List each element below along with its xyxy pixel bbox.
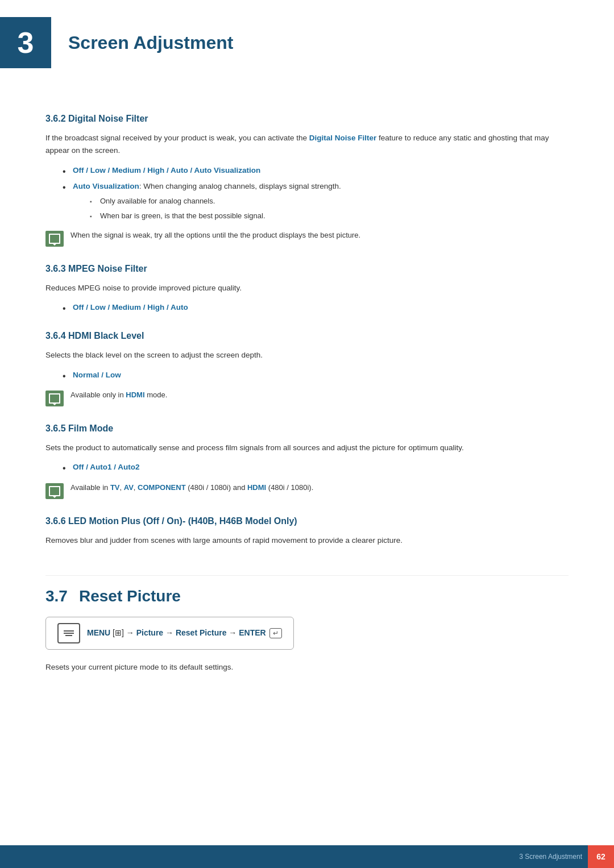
dnf-highlight: Digital Noise Filter — [309, 134, 377, 142]
dnf-options-highlight: Off / Low / Medium / High / Auto / Auto … — [73, 166, 260, 175]
tv-highlight: TV — [110, 483, 120, 492]
section-363-heading: 3.6.3 MPEG Noise Filter — [45, 264, 569, 274]
section-362: 3.6.2 Digital Noise Filter If the broadc… — [45, 114, 569, 247]
section-365-bullets: Off / Auto1 / Auto2 — [63, 461, 569, 474]
section-364-note: Available only in HDMI mode. — [45, 389, 569, 406]
section-364-intro: Selects the black level on the screen to… — [45, 349, 569, 362]
section-365: 3.6.5 Film Mode Sets the product to auto… — [45, 423, 569, 499]
mpeg-options-highlight: Off / Low / Medium / High / Auto — [73, 303, 188, 312]
chapter-title: Screen Adjustment — [68, 32, 233, 53]
menu-bar-3 — [65, 635, 72, 636]
bullet-film-options: Off / Auto1 / Auto2 — [63, 461, 569, 474]
sub-bullets-362: Only available for analog channels. When… — [90, 195, 569, 222]
chapter-badge: 3 — [0, 17, 51, 68]
menu-bar-2 — [64, 633, 74, 634]
note-icon-inner-364 — [49, 393, 60, 404]
av-highlight: AV — [124, 483, 134, 492]
bullet-dnf-options: Off / Low / Medium / High / Auto / Auto … — [63, 164, 569, 177]
section-362-bullets: Off / Low / Medium / High / Auto / Auto … — [63, 164, 569, 222]
chapter-number: 3 — [18, 26, 34, 60]
enter-icon: ↵ — [269, 628, 282, 638]
arrow2: → — [165, 628, 176, 637]
note-icon-inner — [49, 234, 60, 244]
section-365-num: 3.6.5 Film Mode — [45, 423, 113, 433]
menu-icon — [57, 623, 80, 643]
note-text-364: Available only in HDMI mode. — [70, 389, 167, 401]
note-icon-362 — [45, 231, 64, 247]
menu-bar-1 — [64, 630, 74, 632]
hdmi-note-highlight: HDMI — [126, 391, 144, 399]
section-37: 3.7 Reset Picture MENU [⊞] → Picture → R… — [45, 575, 569, 674]
page-header: 3 Screen Adjustment — [0, 0, 614, 80]
sub-bullet-2: When bar is green, is that the best poss… — [90, 210, 569, 222]
section-362-intro: If the broadcast signal received by your… — [45, 132, 569, 157]
section-366: 3.6.6 LED Motion Plus (Off / On)- (H40B,… — [45, 516, 569, 547]
section-366-heading: 3.6.6 LED Motion Plus (Off / On)- (H40B,… — [45, 516, 569, 526]
menu-label: MENU — [87, 628, 110, 637]
arrow1: → — [126, 628, 136, 637]
section-362-note: When the signal is weak, try all the opt… — [45, 230, 569, 247]
note-text-365: Available in TV, AV, COMPONENT (480i / 1… — [70, 482, 313, 494]
section-365-note: Available in TV, AV, COMPONENT (480i / 1… — [45, 482, 569, 499]
menu-picture: Picture — [136, 628, 163, 637]
section-363-num: 3.6.3 MPEG Noise Filter — [45, 264, 147, 273]
bullet-mpeg-options: Off / Low / Medium / High / Auto — [63, 301, 569, 314]
note-text-362: When the signal is weak, try all the opt… — [70, 230, 360, 242]
menu-reset-picture: Reset Picture — [176, 628, 226, 637]
sub-bullet-1: Only available for analog channels. — [90, 195, 569, 207]
main-content: 3.6.2 Digital Noise Filter If the broadc… — [0, 91, 614, 726]
section-366-intro: Removes blur and judder from scenes with… — [45, 534, 569, 547]
section-362-num: 3.6.2 Digital Noise Filter — [45, 114, 148, 123]
section-364: 3.6.4 HDMI Black Level Selects the black… — [45, 331, 569, 406]
hdmi-options-highlight: Normal / Low — [73, 371, 121, 379]
section-37-num: 3.7 — [45, 587, 68, 605]
film-options-highlight: Off / Auto1 / Auto2 — [73, 463, 140, 471]
note-icon-inner-365 — [49, 486, 60, 496]
section-364-num: 3.6.4 HDMI Black Level — [45, 331, 144, 340]
footer-page-number: 62 — [588, 845, 614, 868]
section-363-intro: Reduces MPEG noise to provide improved p… — [45, 282, 569, 294]
section-37-title: Reset Picture — [79, 587, 181, 605]
section-363: 3.6.3 MPEG Noise Filter Reduces MPEG noi… — [45, 264, 569, 314]
note-icon-364 — [45, 391, 64, 406]
bullet-auto-viz: Auto Visualization: When changing analog… — [63, 180, 569, 222]
section-364-bullets: Normal / Low — [63, 369, 569, 381]
footer-text: 3 Screen Adjustment — [519, 853, 588, 861]
hdmi-highlight-365: HDMI — [247, 483, 266, 492]
menu-enter: ENTER — [239, 628, 265, 637]
page-footer: 3 Screen Adjustment 62 — [0, 845, 614, 868]
section-365-heading: 3.6.5 Film Mode — [45, 423, 569, 434]
auto-viz-text: : When changing analog channels, display… — [139, 182, 341, 190]
section-362-heading: 3.6.2 Digital Noise Filter — [45, 114, 569, 124]
section-37-heading: 3.7 Reset Picture — [45, 587, 569, 605]
section-364-heading: 3.6.4 HDMI Black Level — [45, 331, 569, 341]
section-365-intro: Sets the product to automatically sense … — [45, 442, 569, 454]
menu-path-text: MENU [⊞] → Picture → Reset Picture → ENT… — [87, 628, 282, 638]
auto-viz-label: Auto Visualization — [73, 182, 139, 190]
section-37-description: Resets your current picture mode to its … — [45, 661, 569, 674]
bullet-hdmi-options: Normal / Low — [63, 369, 569, 381]
menu-path-box: MENU [⊞] → Picture → Reset Picture → ENT… — [45, 617, 294, 650]
component-highlight: COMPONENT — [138, 483, 186, 492]
arrow3: → — [229, 628, 239, 637]
menu-icon-inner — [64, 630, 74, 636]
section-363-bullets: Off / Low / Medium / High / Auto — [63, 301, 569, 314]
note-icon-365 — [45, 483, 64, 499]
menu-bracket-icon: ⊞ — [115, 628, 122, 637]
section-366-num: 3.6.6 LED Motion Plus (Off / On)- (H40B,… — [45, 516, 297, 526]
